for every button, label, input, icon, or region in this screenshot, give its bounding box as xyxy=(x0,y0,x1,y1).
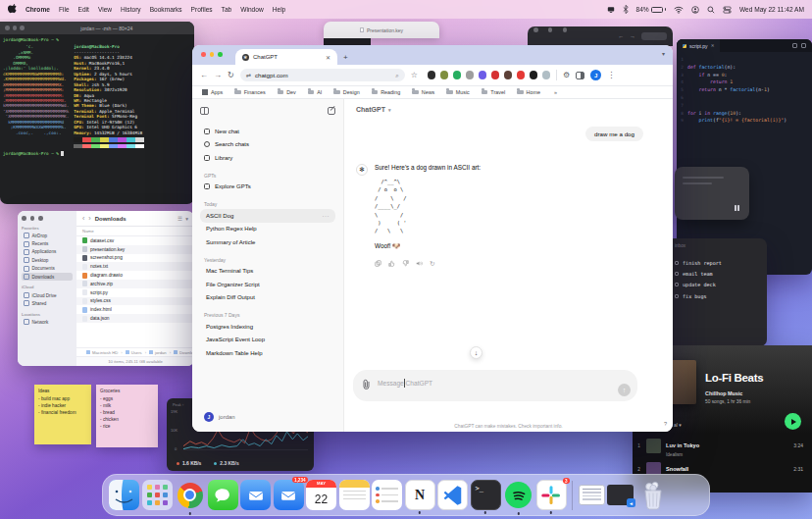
back-icon[interactable]: ‹ xyxy=(82,215,84,222)
play-button[interactable] xyxy=(785,413,801,430)
chat-history-item[interactable]: Summary of Article··· xyxy=(200,235,335,249)
battery-indicator[interactable]: 84% xyxy=(636,6,666,13)
background-dark-window[interactable]: ← → xyxy=(528,26,673,46)
chrome-window[interactable]: ✻ ChatGPT ✕ + ▾ ← → ↻ ⇄ chatgpt.com ⌕ ☆ … xyxy=(192,45,673,432)
file-row[interactable]: dataset.csv xyxy=(76,236,194,245)
extension-icon[interactable] xyxy=(428,71,436,79)
file-row[interactable]: data.json xyxy=(76,314,194,323)
terminal-window[interactable]: jordan — -zsh — 80×24 jordan@MacBook-Pro… xyxy=(0,22,194,204)
bookmark-folder[interactable]: Reading xyxy=(372,89,401,95)
menu-app-name[interactable]: Chrome xyxy=(25,6,50,13)
dock-finder-icon[interactable] xyxy=(109,480,139,510)
dock-terminal-icon[interactable]: >_ xyxy=(471,480,501,510)
keynote-window-titlebar[interactable]: Presentation.key xyxy=(324,22,439,38)
finder-sidebar-item[interactable]: iCloud Drive xyxy=(22,291,73,299)
finder-sidebar-item[interactable]: Network xyxy=(22,318,73,326)
todo-item[interactable]: update deck xyxy=(675,280,761,290)
sidebar-toggle-icon[interactable] xyxy=(200,107,209,115)
menu-kebab-icon[interactable]: ⋮ xyxy=(607,71,615,79)
path-crumb[interactable]: Users xyxy=(120,350,141,355)
track-row[interactable]: 1 Luv in TokyoIdealism 3:24 xyxy=(633,434,812,457)
bookmark-folder[interactable]: News xyxy=(412,89,434,95)
thumbs-down-icon[interactable] xyxy=(402,260,409,267)
wifi-icon[interactable] xyxy=(674,6,684,14)
url-text[interactable]: chatgpt.com xyxy=(255,72,391,78)
attach-icon[interactable] xyxy=(362,379,371,390)
editor-tab-scriptpy[interactable]: script.py ✕ xyxy=(677,39,720,52)
chat-history-item[interactable]: Postgres Indexing xyxy=(200,320,335,334)
extension-icon[interactable] xyxy=(440,71,449,79)
dock-mail-unread-icon[interactable]: 1,234 xyxy=(274,480,304,510)
dock-calendar-icon[interactable]: MAY 22 xyxy=(306,480,336,510)
sidebar-item-explore-gpts[interactable]: Explore GPTs xyxy=(200,181,335,194)
finder-sidebar-item[interactable]: AirDrop xyxy=(22,232,73,239)
finder-sidebar-item[interactable]: Applications xyxy=(22,248,73,256)
file-row[interactable]: diagram.drawio xyxy=(76,271,194,280)
finder-sidebar-item[interactable]: Downloads xyxy=(22,273,73,281)
finder-window[interactable]: Favorites AirDropRecentsApplicationsDesk… xyxy=(18,211,194,366)
menu-item[interactable]: Window xyxy=(240,6,263,13)
thumbs-up-icon[interactable] xyxy=(388,260,395,267)
close-tab-icon[interactable]: ✕ xyxy=(711,43,715,48)
close-tab-icon[interactable]: ✕ xyxy=(326,54,330,61)
file-row[interactable]: presentation.key xyxy=(76,245,194,254)
extension-icon[interactable] xyxy=(504,71,513,79)
spotlight-search-icon[interactable] xyxy=(707,6,715,14)
dock-mail-icon[interactable] xyxy=(240,480,271,510)
chat-history-item[interactable]: Explain Diff Output xyxy=(200,291,335,305)
forward-icon[interactable]: → xyxy=(214,71,222,79)
bookmark-folder[interactable]: AI xyxy=(308,89,323,95)
menu-item[interactable]: Help xyxy=(273,6,286,13)
sidebar-item-new-chat[interactable]: New chat xyxy=(200,125,335,138)
dock-reminders-icon[interactable] xyxy=(372,480,402,510)
control-center-icon[interactable] xyxy=(723,6,732,14)
dock-spotify-icon[interactable] xyxy=(503,480,533,510)
bookmark-folder[interactable]: Finances xyxy=(234,89,265,95)
bookmarks-overflow[interactable]: » xyxy=(554,89,557,95)
finder-sidebar-item[interactable]: Documents xyxy=(22,265,73,273)
bookmark-star-icon[interactable]: ☆ xyxy=(411,71,418,79)
sidebar-item-search-chats[interactable]: Search chats xyxy=(200,138,335,152)
todo-item[interactable]: finish report xyxy=(675,257,761,268)
send-button[interactable]: ↑ xyxy=(618,384,631,396)
bookmark-folder[interactable]: Home xyxy=(517,89,540,95)
menu-item[interactable]: Tab xyxy=(222,6,232,13)
finder-sidebar-item[interactable]: Recents xyxy=(22,239,73,247)
back-icon[interactable]: ← xyxy=(200,71,208,79)
menu-clock[interactable]: Wed May 22 11:42 AM xyxy=(739,6,804,13)
terminal-titlebar[interactable]: jordan — -zsh — 80×24 xyxy=(0,22,194,34)
file-row[interactable]: script.py xyxy=(76,288,194,297)
copy-icon[interactable] xyxy=(375,260,381,267)
bookmark-folder[interactable]: Design xyxy=(333,89,359,95)
chat-history-item[interactable]: Markdown Table Help xyxy=(200,346,335,360)
menu-item[interactable]: File xyxy=(59,6,70,13)
path-crumb[interactable]: jordan xyxy=(144,350,167,355)
chat-history-item[interactable]: Python Regex Help··· xyxy=(200,223,335,236)
finder-sidebar-item[interactable]: Desktop xyxy=(22,256,73,264)
help-button[interactable]: ? xyxy=(664,421,667,427)
bookmark-folder[interactable]: Travel xyxy=(482,89,505,95)
display-menu-icon[interactable] xyxy=(607,6,615,14)
extension-icon[interactable] xyxy=(517,71,526,79)
sidebar-user-row[interactable]: J jordan xyxy=(200,409,335,425)
file-row[interactable]: archive.zip xyxy=(76,280,194,288)
chat-history-item[interactable]: Mac Terminal Tips xyxy=(200,265,335,279)
bookmark-folder[interactable]: Dev xyxy=(278,89,296,95)
menu-item[interactable]: Profiles xyxy=(191,6,213,13)
apps-shortcut[interactable]: Apps xyxy=(202,89,223,95)
apple-menu-icon[interactable] xyxy=(8,4,17,15)
extension-icon[interactable] xyxy=(491,71,500,79)
model-selector[interactable]: ChatGPT▾ xyxy=(356,106,390,113)
new-tab-button[interactable]: + xyxy=(343,53,348,62)
chat-options-icon[interactable]: ··· xyxy=(323,213,330,219)
profile-avatar[interactable]: J xyxy=(590,70,601,80)
forward-icon[interactable]: › xyxy=(88,215,90,222)
mini-player-widget[interactable] xyxy=(675,167,749,220)
side-panel-icon[interactable] xyxy=(576,72,584,79)
scroll-to-bottom-button[interactable]: ↓ xyxy=(470,346,482,359)
chat-history-item[interactable]: JavaScript Event Loop xyxy=(200,334,335,347)
file-row[interactable]: styles.css xyxy=(76,297,194,306)
extension-icon[interactable] xyxy=(466,71,475,79)
todo-item[interactable]: email team xyxy=(675,268,761,279)
extension-icon[interactable] xyxy=(479,71,487,79)
